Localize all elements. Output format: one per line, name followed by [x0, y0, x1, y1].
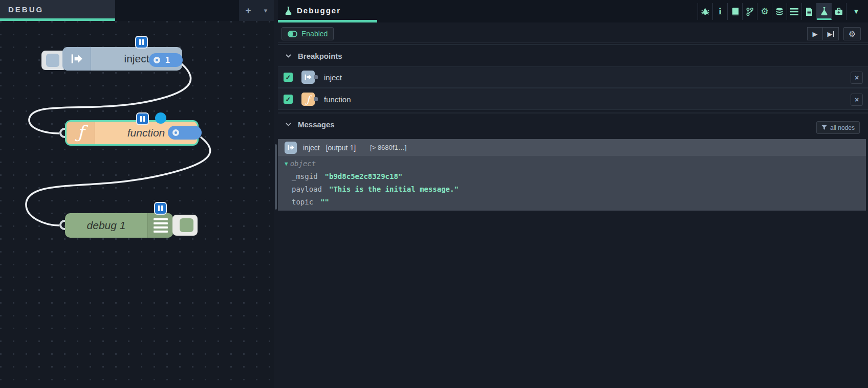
close-icon: ×: [855, 74, 859, 82]
field-key: topic: [292, 198, 313, 206]
node-red-debugger-screen: DEBUG + ▾ inject 1 ƒ: [0, 0, 868, 388]
panel-scrollbar-thumb[interactable]: [275, 144, 277, 210]
play-icon: ▶: [813, 30, 818, 38]
field-value: "": [320, 198, 329, 206]
chevron-down-icon: [286, 54, 291, 58]
debug-breakpoint-pause-badge[interactable]: [154, 202, 167, 215]
step-bar: [833, 31, 834, 37]
queue-ring-icon: [154, 57, 160, 63]
function-icon: ƒ: [67, 122, 95, 144]
step-icon: ▶: [828, 30, 833, 38]
play-button[interactable]: ▶: [807, 27, 823, 40]
inject-mini-icon: [285, 142, 297, 154]
flask-icon[interactable]: [817, 3, 832, 20]
remove-breakpoint-button[interactable]: ×: [851, 94, 863, 106]
message-source-node: inject: [303, 144, 320, 152]
breakpoints-section-header[interactable]: Breakpoints: [278, 44, 868, 66]
run-controls: ▶ ▶: [807, 27, 839, 40]
message-output-label: [output 1]: [326, 144, 356, 152]
breakpoints-title: Breakpoints: [298, 52, 342, 60]
branch-icon[interactable]: [743, 3, 757, 20]
flask-icon: [285, 6, 292, 15]
function-changed-dot: [155, 112, 166, 124]
object-root-toggle[interactable]: ▼ object: [285, 159, 459, 168]
info-icon[interactable]: i: [713, 3, 728, 20]
field-key: payload: [292, 185, 322, 193]
breakpoint-checkbox[interactable]: ✓: [284, 95, 293, 104]
inject-mini-icon: [301, 71, 315, 84]
breakpoint-row-inject: ✓ inject ×: [278, 66, 868, 88]
breakpoint-label: inject: [324, 73, 342, 82]
flow-tab-debug[interactable]: DEBUG: [0, 0, 115, 21]
flow-list-chevron-icon[interactable]: ▾: [264, 7, 268, 14]
close-icon: ×: [855, 96, 859, 104]
function-glyph: ƒ: [77, 122, 84, 142]
debug-node-label: debug 1: [65, 213, 147, 238]
function-mini-icon: ƒ: [301, 93, 315, 106]
debugger-settings-button[interactable]: ⚙: [843, 27, 861, 40]
message-field-row: payload "This is the initial message.": [292, 185, 459, 193]
debugger-enabled-toggle[interactable]: Enabled: [281, 27, 334, 40]
sidebar-title: Debugger: [285, 6, 341, 15]
filter-label: all nodes: [830, 124, 855, 131]
database-icon[interactable]: [772, 3, 787, 20]
gear-icon: ⚙: [849, 29, 856, 39]
triangle-down-icon: ▼: [285, 161, 288, 167]
add-flow-button[interactable]: +: [246, 6, 251, 15]
bug-icon[interactable]: [698, 3, 713, 20]
check-icon: ✓: [286, 96, 291, 103]
breakpoint-row-function: ✓ ƒ function ×: [278, 88, 868, 110]
messages-section-header[interactable]: Messages all nodes: [278, 112, 868, 135]
inject-icon: [62, 47, 91, 71]
debugger-toolbar: Enabled ▶ ▶ ⚙: [278, 22, 868, 43]
debug-icon: [147, 213, 173, 238]
book-icon[interactable]: [728, 3, 743, 20]
canvas-dot-grid: [0, 21, 274, 388]
flow-tab-actions: + ▾: [239, 0, 274, 21]
inject-trigger-inner: [46, 54, 59, 67]
function-breakpoint-pause-badge[interactable]: [136, 112, 149, 125]
list-icon[interactable]: [787, 3, 802, 20]
flow-canvas[interactable]: DEBUG + ▾ inject 1 ƒ: [0, 0, 274, 388]
toolbox-icon[interactable]: [832, 3, 847, 20]
document-icon[interactable]: [802, 3, 817, 20]
filter-icon: [821, 125, 827, 130]
function-queued-count-badge[interactable]: [168, 126, 202, 140]
debug-message[interactable]: inject [output 1] [> 8680f1…] ▼ object _…: [278, 139, 866, 211]
object-root-label: object: [290, 159, 316, 168]
field-key: _msgid: [292, 172, 318, 180]
flow-tab-label: DEBUG: [8, 5, 44, 14]
step-next-button[interactable]: ▶: [823, 27, 839, 40]
check-icon: ✓: [286, 74, 291, 81]
field-value: "b9d8c5e2c8329c18": [325, 172, 403, 180]
sidebar-title-text: Debugger: [297, 6, 341, 15]
message-field-row: _msgid "b9d8c5e2c8329c18": [292, 172, 459, 180]
message-filter-button[interactable]: all nodes: [816, 121, 860, 134]
sidebar-tab-strip: i ⚙: [698, 3, 847, 20]
breakpoint-checkbox[interactable]: ✓: [284, 73, 293, 82]
debug-enable-toggle-button[interactable]: [172, 215, 198, 236]
message-meta-row: inject [output 1] [> 8680f1…]: [278, 139, 866, 156]
inject-queue-count: 1: [165, 56, 170, 65]
flow-tab-bar: DEBUG + ▾: [0, 0, 274, 21]
gear-icon[interactable]: ⚙: [757, 3, 772, 20]
chevron-down-icon: [286, 123, 291, 126]
port-stub: [314, 97, 318, 101]
message-id-link[interactable]: [> 8680f1…]: [370, 144, 406, 151]
message-field-row: topic "": [292, 198, 459, 206]
enabled-label: Enabled: [301, 30, 328, 38]
message-object-tree: ▼ object _msgid "b9d8c5e2c8329c18" paylo…: [285, 159, 459, 206]
toggle-icon: [288, 31, 297, 37]
field-value: "This is the initial message.": [329, 185, 459, 193]
node-debug[interactable]: debug 1: [65, 213, 173, 238]
inject-queued-count-badge[interactable]: 1: [149, 53, 183, 67]
panel-divider: [274, 0, 278, 388]
debug-toggle-inner: [180, 218, 193, 232]
remove-breakpoint-button[interactable]: ×: [851, 72, 863, 84]
port-stub: [314, 75, 318, 79]
messages-title: Messages: [298, 120, 335, 129]
breakpoint-label: function: [324, 95, 351, 104]
inject-breakpoint-pause-badge[interactable]: [135, 36, 148, 49]
debugger-sidebar: Debugger i ⚙: [278, 0, 868, 388]
chevron-down-icon[interactable]: ▼: [850, 3, 863, 20]
